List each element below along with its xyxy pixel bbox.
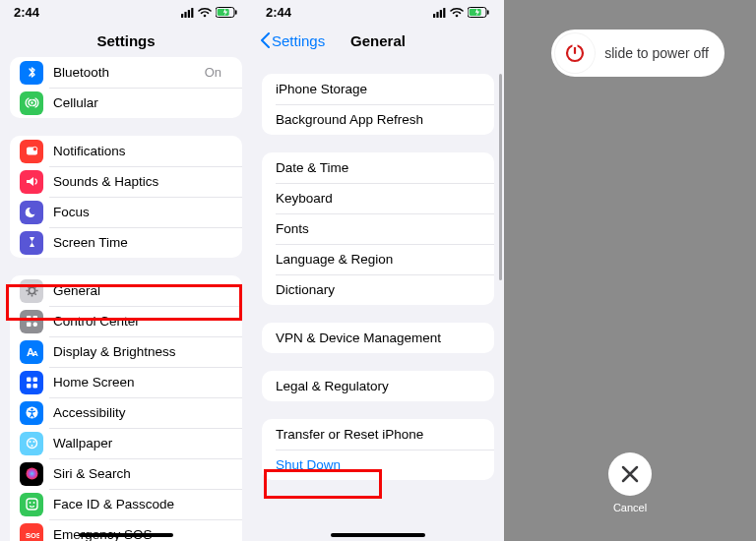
chevron-right-icon	[477, 162, 484, 173]
chevron-right-icon	[477, 114, 484, 125]
device-group: GeneralControl CenterDisplay & Brightnes…	[10, 275, 242, 541]
status-indicators	[433, 7, 490, 18]
row-emergency-sos[interactable]: Emergency SOS	[10, 519, 242, 541]
row-label: Focus	[53, 205, 225, 219]
display-icon	[20, 340, 43, 364]
chevron-right-icon	[225, 67, 232, 78]
row-accessibility[interactable]: Accessibility	[10, 397, 242, 428]
row-value: On	[205, 65, 221, 80]
close-icon	[621, 465, 639, 483]
row-background-app-refresh[interactable]: Background App Refresh	[262, 104, 494, 135]
siri-icon	[20, 462, 43, 486]
row-general[interactable]: General	[10, 275, 242, 306]
chevron-right-icon	[225, 237, 232, 248]
row-face-id-passcode[interactable]: Face ID & Passcode	[10, 489, 242, 519]
row-keyboard[interactable]: Keyboard	[262, 183, 494, 213]
row-transfer-or-reset-iphone[interactable]: Transfer or Reset iPhone	[262, 419, 494, 450]
chevron-right-icon	[477, 84, 484, 94]
row-control-center[interactable]: Control Center	[10, 306, 242, 336]
row-legal-regulatory[interactable]: Legal & Regulatory	[262, 371, 494, 401]
row-screen-time[interactable]: Screen Time	[10, 227, 242, 258]
chevron-right-icon	[225, 499, 232, 510]
row-label: Bluetooth	[53, 65, 205, 80]
reset-group: Transfer or Reset iPhoneShut Down	[262, 419, 494, 480]
vpn-group: VPN & Device Management	[262, 323, 494, 353]
chevron-right-icon	[225, 377, 232, 388]
battery-icon	[468, 7, 490, 18]
screentime-icon	[20, 231, 43, 255]
chevron-right-icon	[225, 146, 232, 156]
status-indicators	[181, 7, 238, 18]
legal-group: Legal & Regulatory	[262, 371, 494, 401]
battery-icon	[216, 7, 238, 18]
chevron-right-icon	[477, 223, 484, 234]
row-label: Screen Time	[53, 235, 225, 250]
chevron-right-icon	[225, 207, 232, 217]
row-label: Language & Region	[276, 252, 477, 267]
chevron-right-icon	[477, 193, 484, 204]
signal-icon	[433, 7, 446, 18]
settings-root-pane: 2:44 Settings BluetoothOnCellular Notifi…	[0, 0, 252, 541]
row-date-time[interactable]: Date & Time	[262, 152, 494, 183]
row-display-brightness[interactable]: Display & Brightness	[10, 336, 242, 367]
home-indicator[interactable]	[331, 533, 425, 537]
row-notifications[interactable]: Notifications	[10, 136, 242, 166]
power-off-slider[interactable]: slide to power off	[551, 30, 724, 77]
control-center-icon	[20, 310, 43, 333]
row-label: VPN & Device Management	[276, 331, 477, 345]
row-label: Control Center	[53, 314, 225, 329]
back-label: Settings	[272, 32, 325, 49]
page-title: General	[350, 32, 406, 49]
signal-icon	[181, 7, 194, 18]
cancel-label: Cancel	[608, 502, 652, 513]
chevron-right-icon	[477, 284, 484, 295]
chevron-right-icon	[477, 254, 484, 265]
row-label: Wallpaper	[53, 436, 225, 451]
chevron-right-icon	[225, 468, 232, 479]
row-cellular[interactable]: Cellular	[10, 88, 242, 118]
row-label: Sounds & Haptics	[53, 174, 225, 189]
storage-group: iPhone StorageBackground App Refresh	[262, 74, 494, 135]
row-wallpaper[interactable]: Wallpaper	[10, 428, 242, 458]
general-pane: 2:44 Settings General iPhone StorageBack…	[252, 0, 504, 541]
row-vpn-device-management[interactable]: VPN & Device Management	[262, 323, 494, 353]
nav-header: Settings General	[252, 22, 504, 59]
row-focus[interactable]: Focus	[10, 197, 242, 227]
chevron-left-icon	[260, 32, 270, 48]
sos-icon	[20, 523, 43, 542]
row-shut-down[interactable]: Shut Down	[262, 450, 494, 480]
home-indicator[interactable]	[79, 533, 173, 537]
row-dictionary[interactable]: Dictionary	[262, 274, 494, 305]
connectivity-group: BluetoothOnCellular	[10, 57, 242, 118]
row-label: Face ID & Passcode	[53, 497, 225, 511]
row-iphone-storage[interactable]: iPhone Storage	[262, 74, 494, 104]
back-button[interactable]: Settings	[260, 22, 325, 59]
row-fonts[interactable]: Fonts	[262, 213, 494, 244]
row-label: Keyboard	[276, 191, 477, 206]
row-label: Display & Brightness	[53, 344, 225, 359]
row-home-screen[interactable]: Home Screen	[10, 367, 242, 397]
row-siri-search[interactable]: Siri & Search	[10, 458, 242, 489]
wifi-icon	[450, 7, 464, 18]
row-label: Shut Down	[276, 457, 484, 472]
power-off-knob[interactable]	[555, 33, 595, 73]
sounds-icon	[20, 170, 43, 194]
row-label: Legal & Regulatory	[276, 379, 477, 393]
row-label: Fonts	[276, 221, 477, 236]
status-bar: 2:44	[0, 0, 252, 22]
row-language-region[interactable]: Language & Region	[262, 244, 494, 274]
chevron-right-icon	[477, 381, 484, 391]
row-sounds-haptics[interactable]: Sounds & Haptics	[10, 166, 242, 197]
scrollbar[interactable]	[499, 74, 502, 280]
row-label: Dictionary	[276, 282, 477, 297]
chevron-right-icon	[225, 438, 232, 449]
row-bluetooth[interactable]: BluetoothOn	[10, 57, 242, 88]
chevron-right-icon	[225, 529, 232, 540]
chevron-right-icon	[477, 332, 484, 343]
general-icon	[20, 279, 43, 303]
chevron-right-icon	[225, 316, 232, 327]
row-label: iPhone Storage	[276, 82, 477, 96]
notifications-icon	[20, 140, 43, 163]
cancel-button[interactable]	[608, 452, 652, 496]
row-label: Accessibility	[53, 405, 225, 420]
